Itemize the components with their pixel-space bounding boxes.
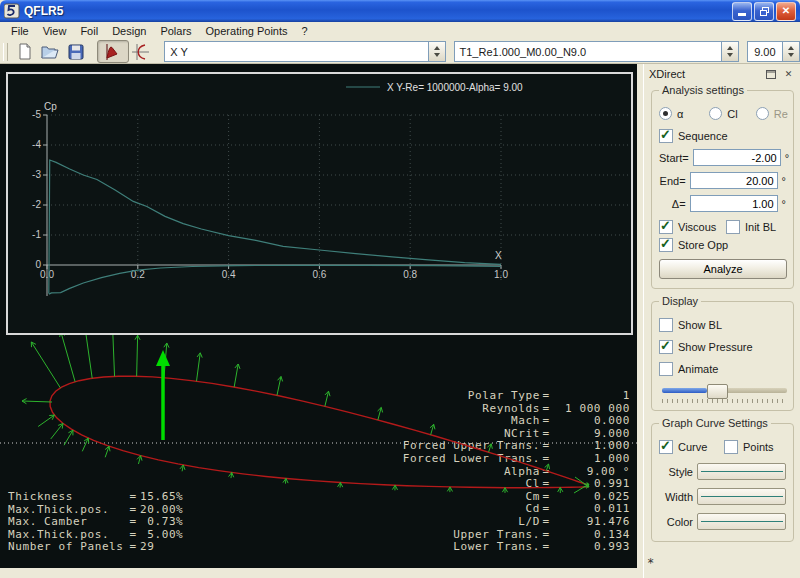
delta-label: Δ= [659,198,686,210]
menu-item-polars[interactable]: Polars [153,24,198,38]
save-floppy-icon [68,44,84,60]
delta-field[interactable] [690,195,778,212]
width-line-sample [701,496,783,497]
sequence-label: Sequence [678,130,728,142]
alpha-combo-value: 9.00 [748,42,782,61]
menu-item-view[interactable]: View [36,24,74,38]
graph-variable-spin[interactable] [428,42,445,61]
toolbar-grip[interactable] [3,43,8,61]
re-radio-label: Re [774,108,788,120]
cl-radio-label: Cl [727,108,737,120]
init-bl-label: Init BL [745,221,776,233]
cp-view-button[interactable] [97,40,129,63]
display-group: Display Show BL Show Pressure Animate [651,301,794,411]
cl-radio[interactable] [709,107,722,120]
polar-curves-icon [131,43,151,61]
menu-item-design[interactable]: Design [105,24,153,38]
xdirect-panel: XDirect ✕ Analysis settings α Cl Re [643,64,800,578]
alpha-combo[interactable]: 9.00 [747,41,800,62]
alpha-radio[interactable] [659,107,672,120]
close-button[interactable]: ✕ [776,2,796,21]
svg-text:X: X [495,250,502,261]
show-pressure-label: Show Pressure [678,341,753,353]
sequence-checkbox[interactable] [659,129,673,143]
open-file-button[interactable] [38,40,64,63]
show-bl-checkbox[interactable] [659,318,673,332]
menu-item-?[interactable]: ? [295,24,315,38]
foil-info-row: Number of Panels=29 [8,541,183,554]
polar-view-button[interactable] [129,40,155,63]
cp-distribution-icon [103,43,123,61]
graph-variable-combo[interactable]: X Y [164,41,445,62]
toolbar: X Y T1_Re1.000_M0.00_N9.0 9.00 [0,40,800,64]
svg-text:Cp: Cp [44,101,57,112]
svg-text:-3: -3 [32,169,41,180]
re-radio[interactable] [756,107,769,120]
delta-unit: ° [782,198,786,210]
menubar: FileViewFoilDesignPolarsOperating Points… [0,22,800,40]
cp-graph: -5-4-3-2-100.00.20.40.60.81.0CpXX Y-Re= … [8,74,631,333]
end-field[interactable] [690,172,778,189]
operating-point-row: Mach=0.000 [390,415,630,428]
curve-color-button[interactable] [697,513,786,530]
cp-graph-box: -5-4-3-2-100.00.20.40.60.81.0CpXX Y-Re= … [6,72,633,335]
curve-checkbox[interactable] [659,440,673,454]
xdirect-title: XDirect [649,68,760,80]
new-file-button[interactable] [12,40,38,63]
display-title: Display [659,295,701,307]
analysis-settings-group: Analysis settings α Cl Re Sequence Start… [651,90,794,289]
restore-button[interactable] [754,2,774,21]
svg-text:0.8: 0.8 [403,269,417,280]
xdirect-header: XDirect ✕ [644,64,800,84]
end-unit: ° [782,175,786,187]
qflr5-window: QFLR5 ✕ FileViewFoilDesignPolarsOperatin… [0,0,800,578]
menu-item-foil[interactable]: Foil [73,24,105,38]
color-label: Color [659,516,693,528]
foil-info-row: Thickness=15.65% [8,491,183,504]
slider-handle[interactable] [707,384,728,399]
graphics-area: -5-4-3-2-100.00.20.40.60.81.0CpXX Y-Re= … [0,64,637,568]
operating-point-row: Cl=0.991 [390,478,630,491]
show-bl-label: Show BL [678,319,722,331]
svg-text:-4: -4 [32,139,41,150]
curve-label: Curve [678,441,718,453]
start-unit: ° [785,152,789,164]
polar-combo-spin[interactable] [721,42,738,61]
svg-text:0.4: 0.4 [222,269,236,280]
analyze-button[interactable]: Analyze [659,259,787,279]
foil-info-row: Max. Camber= 0.73% [8,516,183,529]
graph-curve-settings-title: Graph Curve Settings [659,417,771,429]
show-pressure-checkbox[interactable] [659,340,673,354]
animate-checkbox[interactable] [659,362,673,376]
viscous-label: Viscous [678,221,720,233]
polar-combo-value: T1_Re1.000_M0.00_N9.0 [455,42,721,61]
menu-item-operating-points[interactable]: Operating Points [199,24,295,38]
store-opp-checkbox[interactable] [659,238,673,252]
main-area: -5-4-3-2-100.00.20.40.60.81.0CpXX Y-Re= … [0,64,800,578]
curve-style-button[interactable] [697,463,786,480]
svg-text:0.6: 0.6 [312,269,326,280]
start-field[interactable] [693,149,781,166]
store-opp-label: Store Opp [678,239,728,251]
svg-text:0.0: 0.0 [40,269,54,280]
alpha-combo-spin[interactable] [782,42,799,61]
viscous-checkbox[interactable] [659,220,673,234]
points-checkbox[interactable] [724,440,738,454]
float-panel-icon[interactable] [763,67,778,81]
operating-point-row: L/D=91.476 [390,516,630,529]
polar-combo[interactable]: T1_Re1.000_M0.00_N9.0 [454,41,739,62]
menu-item-file[interactable]: File [4,24,36,38]
analysis-settings-title: Analysis settings [659,84,747,96]
minimize-button[interactable] [732,2,752,21]
svg-text:-1: -1 [32,229,41,240]
slider-fill [662,388,707,393]
curve-width-button[interactable] [697,488,786,505]
close-panel-icon[interactable]: ✕ [781,67,796,81]
slider-ticks [662,399,783,403]
animation-speed-slider[interactable] [662,384,787,397]
save-button[interactable] [63,40,89,63]
svg-text:-5: -5 [32,109,41,120]
init-bl-checkbox[interactable] [726,220,740,234]
svg-text:-2: -2 [32,199,41,210]
operating-point-row: Forced Lower Trans.=1.000 [390,453,630,466]
